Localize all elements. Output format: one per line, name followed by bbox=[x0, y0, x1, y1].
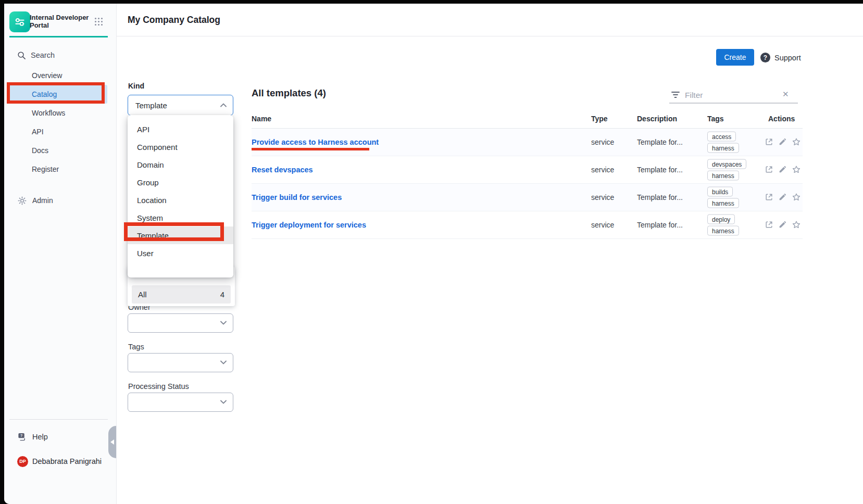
collapse-arrow-icon bbox=[110, 439, 114, 445]
table-body: Provide access to Harness account servic… bbox=[252, 129, 803, 239]
row-actions bbox=[765, 165, 801, 174]
row-type: service bbox=[591, 221, 614, 229]
launch-icon[interactable] bbox=[765, 165, 773, 174]
templates-table: NameTypeDescriptionTagsActions Provide a… bbox=[252, 112, 803, 239]
table-row: Trigger build for services service Templ… bbox=[252, 184, 803, 211]
sidebar-item-catalog[interactable]: Catalog bbox=[9, 85, 107, 104]
gear-icon bbox=[18, 196, 27, 205]
template-name-link[interactable]: Trigger build for services bbox=[252, 193, 342, 201]
row-type: service bbox=[591, 193, 614, 201]
row-tags: deployharness bbox=[707, 215, 739, 236]
kind-select[interactable]: Template bbox=[128, 95, 233, 116]
sidebar-item-docs[interactable]: Docs bbox=[9, 141, 107, 160]
edit-icon[interactable] bbox=[778, 165, 787, 174]
user-menu[interactable]: DP Debabrata Panigrahi bbox=[4, 455, 116, 468]
tags-label: Tags bbox=[128, 343, 144, 351]
template-name-link[interactable]: Reset devspaces bbox=[252, 166, 313, 174]
kind-option-user[interactable]: User bbox=[128, 244, 233, 262]
table-row: Trigger deployment for services service … bbox=[252, 211, 803, 239]
sidebar-item-register[interactable]: Register bbox=[9, 160, 107, 179]
sidebar-collapse-handle[interactable] bbox=[108, 426, 116, 458]
help-chat-icon: ? bbox=[17, 432, 27, 442]
help-label: Help bbox=[32, 433, 48, 441]
template-name-link[interactable]: Trigger deployment for services bbox=[252, 221, 366, 229]
kind-option-domain[interactable]: Domain bbox=[128, 156, 233, 173]
tag-chip: access bbox=[707, 132, 736, 142]
sidebar: Internal Developer Portal Search Overvie… bbox=[4, 4, 117, 504]
row-tags: accessharness bbox=[707, 132, 739, 153]
column-header-name: Name bbox=[252, 115, 271, 123]
page-title: My Company Catalog bbox=[128, 15, 220, 26]
main-content: My Company Catalog Create ? Support Kind… bbox=[117, 4, 863, 504]
tag-chip: harness bbox=[707, 143, 739, 153]
avatar: DP bbox=[17, 456, 28, 467]
row-actions bbox=[765, 193, 801, 202]
all-count: 4 bbox=[220, 290, 224, 299]
idp-logo[interactable] bbox=[9, 11, 30, 32]
column-header-actions: Actions bbox=[768, 115, 795, 123]
star-icon[interactable] bbox=[792, 220, 801, 230]
star-icon[interactable] bbox=[792, 137, 801, 147]
processing-status-label: Processing Status bbox=[128, 382, 189, 390]
kind-label: Kind bbox=[128, 82, 144, 90]
create-button[interactable]: Create bbox=[716, 49, 754, 66]
sidebar-nav: OverviewCatalogWorkflowsAPIDocsRegister bbox=[4, 66, 116, 179]
table-title: All templates (4) bbox=[252, 87, 326, 99]
tag-chip: deploy bbox=[707, 215, 735, 224]
kind-option-api[interactable]: API bbox=[128, 120, 233, 138]
clear-filter-icon[interactable]: ✕ bbox=[782, 90, 789, 99]
processing-status-select[interactable] bbox=[128, 393, 233, 412]
row-tags: buildsharness bbox=[707, 187, 739, 208]
search-icon bbox=[17, 51, 26, 60]
kind-option-system[interactable]: System bbox=[128, 209, 233, 226]
kind-all-row[interactable]: All 4 bbox=[132, 285, 231, 304]
tag-chip: harness bbox=[707, 198, 739, 208]
kind-option-group[interactable]: Group bbox=[128, 173, 233, 191]
support-button[interactable]: ? Support bbox=[760, 53, 801, 62]
table-header: NameTypeDescriptionTagsActions bbox=[252, 112, 803, 129]
row-actions bbox=[765, 137, 801, 147]
row-tags: devspacesharness bbox=[707, 159, 746, 181]
edit-icon[interactable] bbox=[778, 193, 787, 202]
row-description: Template for... bbox=[637, 166, 683, 174]
owner-select[interactable] bbox=[128, 313, 233, 333]
sidebar-item-workflows[interactable]: Workflows bbox=[9, 104, 107, 122]
user-name: Debabrata Panigrahi bbox=[32, 457, 102, 465]
svg-text:?: ? bbox=[20, 434, 22, 438]
all-label: All bbox=[138, 290, 147, 299]
search-label: Search bbox=[31, 51, 55, 59]
app-title: Internal Developer Portal bbox=[30, 14, 91, 29]
sidebar-item-search[interactable]: Search bbox=[4, 47, 116, 63]
row-actions bbox=[765, 220, 801, 230]
table-filter[interactable]: Filter ✕ bbox=[669, 87, 798, 104]
chevron-down-icon bbox=[220, 400, 227, 404]
tag-chip: harness bbox=[707, 226, 739, 236]
kind-option-component[interactable]: Component bbox=[128, 138, 233, 156]
star-icon[interactable] bbox=[792, 165, 801, 174]
sidebar-item-admin[interactable]: Admin bbox=[4, 191, 116, 210]
edit-icon[interactable] bbox=[778, 137, 787, 147]
launch-icon[interactable] bbox=[765, 137, 773, 147]
sidebar-item-api[interactable]: API bbox=[9, 122, 107, 141]
launch-icon[interactable] bbox=[765, 220, 773, 230]
launch-icon[interactable] bbox=[765, 193, 773, 202]
kind-option-location[interactable]: Location bbox=[128, 191, 233, 209]
screenshot-frame: Internal Developer Portal Search Overvie… bbox=[0, 0, 863, 504]
filter-underline bbox=[669, 103, 798, 104]
row-type: service bbox=[591, 166, 614, 174]
tag-chip: builds bbox=[707, 187, 733, 197]
row-type: service bbox=[591, 138, 614, 146]
edit-icon[interactable] bbox=[778, 220, 787, 230]
table-row: Reset devspaces service Template for... … bbox=[252, 156, 803, 184]
sidebar-item-overview[interactable]: Overview bbox=[9, 66, 107, 85]
row-description: Template for... bbox=[637, 193, 683, 201]
star-icon[interactable] bbox=[792, 193, 801, 202]
app-window: Internal Developer Portal Search Overvie… bbox=[4, 4, 863, 504]
template-name-link[interactable]: Provide access to Harness account bbox=[252, 138, 379, 146]
tags-select[interactable] bbox=[128, 353, 233, 372]
sidebar-item-help[interactable]: ? Help bbox=[4, 429, 116, 445]
app-switcher-icon[interactable] bbox=[95, 18, 103, 26]
chevron-down-icon bbox=[220, 360, 227, 364]
kind-option-template[interactable]: Template bbox=[128, 226, 233, 244]
sliders-logo-icon bbox=[13, 15, 27, 29]
